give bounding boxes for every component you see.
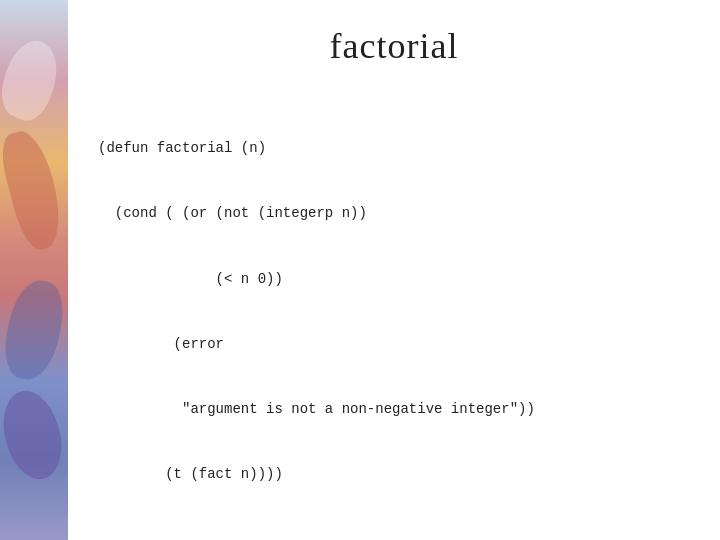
content-area: factorial (defun factorial (n) (cond ( (…: [68, 0, 720, 540]
left-decoration: [0, 0, 68, 540]
code-block: (defun factorial (n) (cond ( (or (not (i…: [98, 95, 690, 540]
deco-shape-1: [0, 276, 68, 384]
deco-shape-2: [0, 386, 67, 484]
code-line-2: (cond ( (or (not (integerp n)): [98, 203, 690, 225]
slide-title: factorial: [98, 25, 690, 67]
code-line-6: (t (fact n)))): [98, 464, 690, 486]
code-line-5: "argument is not a non-negative integer"…: [98, 399, 690, 421]
code-line-1: (defun factorial (n): [98, 138, 690, 160]
code-line-3: (< n 0)): [98, 269, 690, 291]
code-line-4: (error: [98, 334, 690, 356]
slide-container: factorial (defun factorial (n) (cond ( (…: [0, 0, 720, 540]
